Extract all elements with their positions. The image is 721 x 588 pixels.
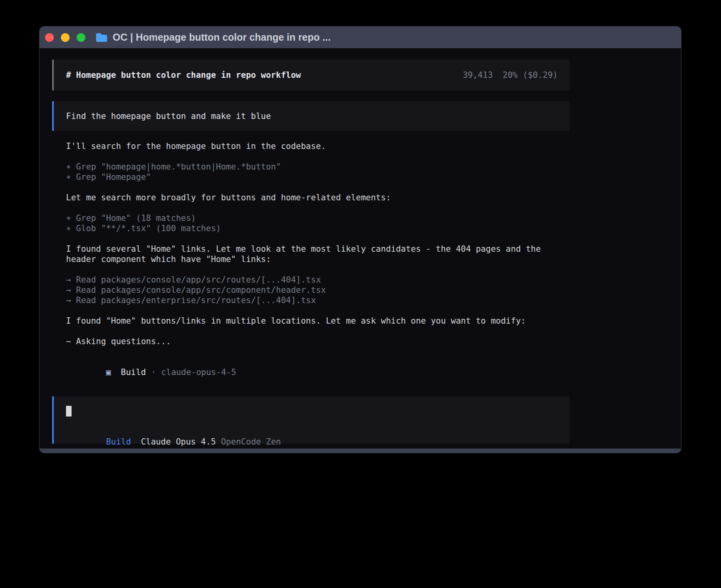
session-title: # Homepage button color change in repo w… [66, 70, 301, 80]
model-provider: OpenCode Zen [221, 437, 281, 447]
session-header: # Homepage button color change in repo w… [52, 60, 570, 90]
minimize-button[interactable] [61, 33, 70, 42]
folder-icon [96, 33, 108, 42]
zoom-button[interactable] [77, 33, 85, 42]
token-count: 39,413 [463, 70, 493, 80]
context-percent: 20% [503, 70, 518, 80]
assistant-transcript: I'll search for the homepage button in t… [52, 141, 570, 388]
close-button[interactable] [45, 33, 54, 42]
tool-call-group: → Read packages/console/app/src/routes/[… [66, 275, 570, 305]
assistant-text: Let me search more broadly for buttons a… [66, 192, 570, 203]
user-message-text: Find the homepage button and make it blu… [66, 111, 271, 121]
assistant-text: I'll search for the homepage button in t… [66, 141, 570, 151]
task-icon: ▣ [106, 368, 111, 377]
agent-status-line: ▣Build·claude-opus-4-5 [66, 357, 570, 388]
session-stats: 39,41320%($0.29) [463, 70, 558, 80]
text-cursor [66, 406, 72, 416]
model-id: claude-opus-4-5 [161, 368, 236, 377]
assistant-text: I found several "Home" links. Let me loo… [66, 244, 570, 264]
desktop: { "window": { "title": "OC | Homepage bu… [0, 0, 721, 588]
window-controls [45, 33, 85, 42]
tool-call-read: → Read packages/console/app/src/routes/[… [66, 275, 570, 285]
active-model[interactable]: Claude Opus 4.5 [141, 437, 216, 447]
separator-dot: · [151, 368, 156, 377]
tool-call-group: ∗ Grep "homepage|home.*button|Home.*butt… [66, 162, 570, 182]
active-agent[interactable]: Build [106, 437, 131, 447]
prompt-input[interactable]: BuildClaude Opus 4.5OpenCode Zen [52, 396, 570, 444]
window-bottom-edge [40, 449, 681, 453]
tool-call-read: → Read packages/console/app/src/componen… [66, 285, 570, 295]
session-cost: ($0.29) [523, 70, 558, 80]
tool-call-grep: ∗ Grep "Homepage" [66, 172, 570, 182]
tool-call-group: ∗ Grep "Home" (18 matches) ∗ Glob "**/*.… [66, 213, 570, 234]
agent-name: Build [121, 368, 146, 377]
assistant-activity-text: ~ Asking questions... [66, 336, 570, 347]
terminal-window: OC | Homepage button color change in rep… [39, 26, 681, 453]
titlebar[interactable]: OC | Homepage button color change in rep… [40, 26, 681, 48]
window-title-area: OC | Homepage button color change in rep… [96, 32, 330, 43]
tool-call-glob: ∗ Glob "**/*.tsx" (100 matches) [66, 223, 570, 234]
terminal-content: # Homepage button color change in repo w… [52, 60, 570, 453]
assistant-text: I found "Home" buttons/links in multiple… [66, 316, 570, 326]
tool-call-grep: ∗ Grep "homepage|home.*button|Home.*butt… [66, 162, 570, 172]
user-message: Find the homepage button and make it blu… [52, 101, 570, 131]
tool-call-grep: ∗ Grep "Home" (18 matches) [66, 213, 570, 223]
window-title: OC | Homepage button color change in rep… [113, 32, 330, 43]
tool-call-read: → Read packages/enterprise/src/routes/[.… [66, 295, 570, 305]
